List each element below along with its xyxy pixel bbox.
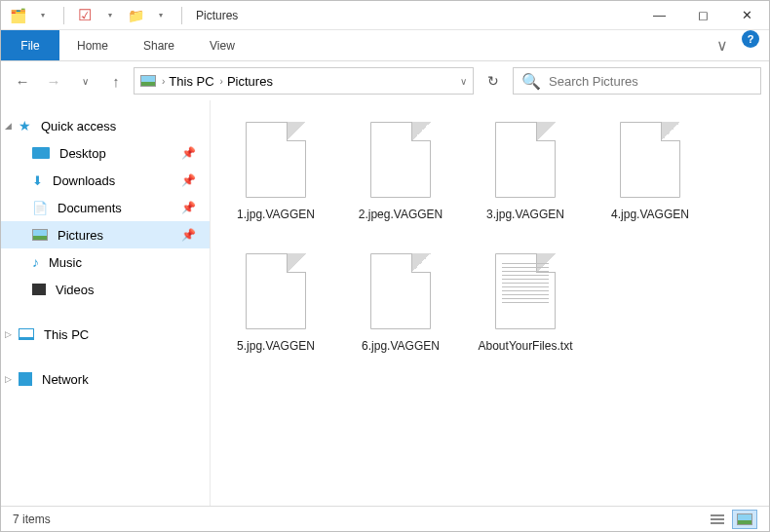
sidebar-item-music[interactable]: ♪Music	[1, 248, 210, 276]
sidebar-item-label: Desktop	[59, 146, 106, 161]
sidebar-item-videos[interactable]: Videos	[1, 276, 210, 303]
network-icon	[19, 372, 32, 386]
sidebar-item-label: This PC	[44, 327, 89, 342]
address-bar[interactable]: › This PC› Pictures ∨	[134, 67, 474, 95]
navigation-pane: ◢★Quick access Desktop📌 ⬇Downloads📌 📄Doc…	[1, 100, 211, 506]
star-icon: ★	[19, 118, 31, 133]
file-icon	[243, 253, 309, 331]
search-input[interactable]	[549, 74, 752, 89]
thumbnails-view-icon	[737, 513, 752, 525]
address-dropdown-icon[interactable]: ∨	[460, 76, 467, 87]
dropdown-icon[interactable]: ▾	[99, 5, 121, 26]
tab-file[interactable]: File	[1, 30, 59, 60]
documents-icon: 📄	[32, 201, 48, 215]
file-item[interactable]: 2.jpeg.VAGGEN	[353, 122, 448, 222]
window-title: Pictures	[196, 9, 238, 22]
sidebar-item-label: Network	[42, 372, 89, 387]
downloads-icon: ⬇	[32, 173, 43, 188]
nav-forward-button[interactable]: →	[40, 67, 67, 95]
pc-icon	[19, 328, 34, 340]
file-item[interactable]: 4.jpg.VAGGEN	[602, 122, 698, 222]
minimize-button[interactable]: —	[637, 1, 681, 30]
breadcrumb-this-pc[interactable]: This PC	[169, 74, 213, 89]
tab-share[interactable]: Share	[126, 30, 192, 60]
file-item[interactable]: AboutYourFiles.txt	[478, 253, 573, 354]
file-item[interactable]: 6.jpg.VAGGEN	[353, 253, 448, 354]
ribbon-expand-icon[interactable]: ∨	[703, 30, 742, 60]
file-icon	[617, 122, 683, 200]
desktop-icon	[32, 147, 50, 159]
tab-view[interactable]: View	[192, 30, 252, 60]
pictures-icon	[32, 229, 48, 241]
pin-icon: 📌	[181, 201, 196, 214]
dropdown-icon[interactable]: ▾	[32, 5, 54, 26]
sidebar-this-pc[interactable]: ▷This PC	[1, 321, 210, 348]
nav-back-button[interactable]: ←	[9, 67, 36, 95]
file-item[interactable]: 1.jpg.VAGGEN	[228, 122, 324, 222]
sidebar-quick-access[interactable]: ◢★Quick access	[1, 112, 210, 139]
view-details-button[interactable]	[705, 510, 730, 529]
expand-icon[interactable]: ▷	[5, 329, 12, 339]
qat-customize-icon[interactable]: ▾	[150, 5, 172, 26]
location-pictures-icon	[140, 75, 156, 87]
file-name: 4.jpg.VAGGEN	[611, 208, 689, 222]
sidebar-item-label: Pictures	[58, 228, 103, 243]
maximize-button[interactable]: ◻	[681, 1, 725, 30]
file-item[interactable]: 5.jpg.VAGGEN	[228, 253, 324, 354]
sidebar-item-label: Downloads	[53, 173, 115, 188]
sidebar-item-downloads[interactable]: ⬇Downloads📌	[1, 167, 210, 194]
ribbon: File Home Share View ∨ ?	[1, 30, 769, 61]
search-box[interactable]: 🔍	[513, 67, 761, 95]
status-item-count: 7 items	[13, 513, 51, 526]
qat-properties-icon[interactable]: ☑	[74, 5, 96, 26]
file-name: 2.jpeg.VAGGEN	[359, 208, 443, 222]
help-icon[interactable]: ?	[742, 30, 759, 48]
qat-location-folder-icon[interactable]: 📁	[125, 5, 146, 26]
breadcrumb-pictures[interactable]: Pictures	[227, 74, 273, 89]
sidebar-item-documents[interactable]: 📄Documents📌	[1, 194, 210, 221]
file-icon	[367, 253, 434, 331]
explorer-app-icon[interactable]: 🗂️	[7, 5, 28, 26]
file-item[interactable]: 3.jpg.VAGGEN	[478, 122, 573, 222]
close-button[interactable]: ✕	[725, 1, 769, 30]
file-name: 1.jpg.VAGGEN	[237, 208, 315, 222]
file-icon	[243, 122, 309, 200]
file-name: 3.jpg.VAGGEN	[486, 208, 564, 222]
search-icon: 🔍	[521, 72, 541, 91]
expand-icon[interactable]: ▷	[5, 374, 12, 384]
status-bar: 7 items	[1, 506, 769, 531]
nav-up-button[interactable]: ↑	[102, 67, 130, 95]
nav-recent-dropdown[interactable]: ∨	[71, 67, 98, 95]
pin-icon: 📌	[181, 228, 196, 242]
file-icon	[492, 122, 558, 200]
videos-icon	[32, 284, 46, 295]
chevron-right-icon[interactable]: ›	[162, 76, 165, 87]
svg-rect-2	[711, 522, 724, 524]
sidebar-item-desktop[interactable]: Desktop📌	[1, 139, 210, 167]
sidebar-item-label: Documents	[58, 201, 122, 215]
sidebar-item-label: Videos	[56, 283, 95, 297]
sidebar-item-pictures[interactable]: Pictures📌	[1, 221, 210, 248]
file-name: 5.jpg.VAGGEN	[237, 339, 315, 354]
tab-home[interactable]: Home	[59, 30, 126, 60]
sidebar-network[interactable]: ▷Network	[1, 365, 210, 393]
view-large-icons-button[interactable]	[732, 510, 757, 529]
file-list[interactable]: 1.jpg.VAGGEN 2.jpeg.VAGGEN 3.jpg.VAGGEN …	[211, 100, 769, 506]
title-bar: 🗂️ ▾ ☑ ▾ 📁 ▾ Pictures — ◻ ✕	[1, 1, 769, 30]
file-name: 6.jpg.VAGGEN	[362, 339, 440, 354]
pin-icon: 📌	[181, 146, 196, 160]
text-file-icon	[492, 253, 558, 331]
file-name: AboutYourFiles.txt	[479, 339, 573, 354]
sidebar-item-label: Music	[49, 255, 82, 270]
details-view-icon	[711, 513, 724, 525]
music-icon: ♪	[32, 254, 39, 270]
explorer-window: 🗂️ ▾ ☑ ▾ 📁 ▾ Pictures — ◻ ✕ File Home Sh…	[0, 0, 770, 532]
refresh-button[interactable]: ↻	[478, 67, 509, 95]
chevron-right-icon[interactable]: ›	[220, 76, 223, 87]
svg-rect-0	[711, 514, 724, 516]
expand-icon[interactable]: ◢	[5, 121, 12, 131]
pin-icon: 📌	[181, 173, 196, 187]
svg-rect-1	[711, 518, 724, 520]
nav-bar: ← → ∨ ↑ › This PC› Pictures ∨ ↻ 🔍	[1, 61, 769, 100]
file-icon	[367, 122, 434, 200]
